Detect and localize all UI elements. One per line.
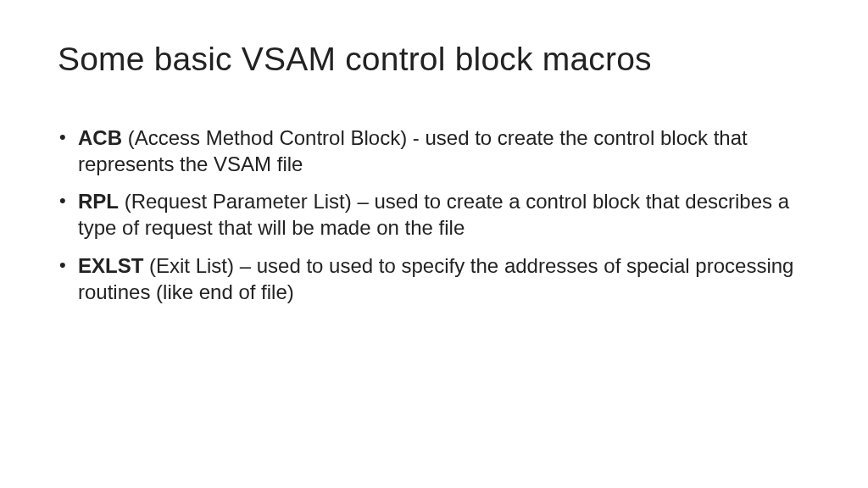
slide: Some basic VSAM control block macros ACB… xyxy=(0,0,868,488)
list-item: EXLST (Exit List) – used to used to spec… xyxy=(58,253,810,305)
list-item: ACB (Access Method Control Block) - used… xyxy=(58,125,810,177)
bullet-text: (Exit List) – used to used to specify th… xyxy=(78,254,793,303)
list-item: RPL (Request Parameter List) – used to c… xyxy=(58,189,810,241)
bullet-list: ACB (Access Method Control Block) - used… xyxy=(58,125,810,305)
bullet-bold: ACB xyxy=(78,126,122,149)
bullet-bold: RPL xyxy=(78,190,119,213)
bullet-bold: EXLST xyxy=(78,254,143,277)
bullet-text: (Access Method Control Block) - used to … xyxy=(78,126,748,175)
bullet-text: (Request Parameter List) – used to creat… xyxy=(78,190,789,239)
slide-title: Some basic VSAM control block macros xyxy=(58,41,810,78)
